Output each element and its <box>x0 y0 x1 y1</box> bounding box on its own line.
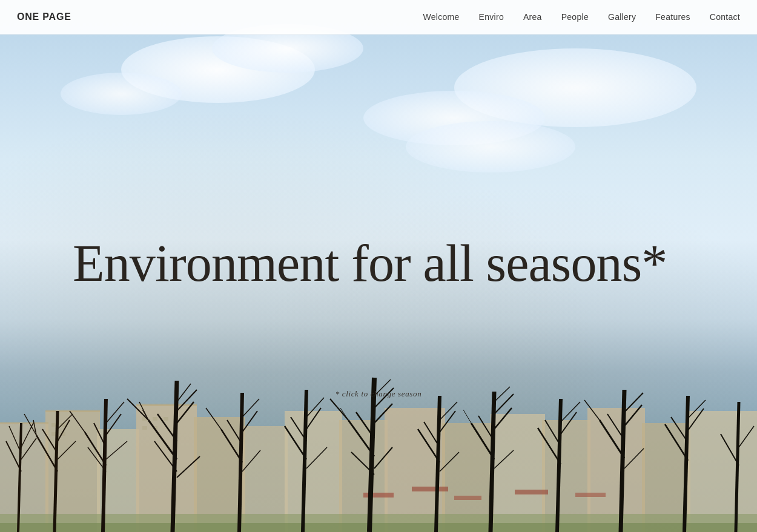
nav-link-area[interactable]: Area <box>523 12 542 22</box>
svg-line-76 <box>306 398 324 417</box>
nav-item-people: People <box>561 11 589 22</box>
nav-link-welcome[interactable]: Welcome <box>423 12 460 22</box>
svg-line-46 <box>58 441 76 459</box>
nav-item-features: Features <box>655 11 690 22</box>
svg-line-106 <box>600 420 624 458</box>
svg-line-60 <box>177 402 194 423</box>
svg-line-72 <box>303 390 306 532</box>
svg-line-80 <box>330 399 348 420</box>
svg-line-71 <box>242 450 260 471</box>
svg-line-64 <box>177 456 200 478</box>
svg-line-61 <box>177 390 197 411</box>
svg-line-56 <box>148 420 177 459</box>
svg-line-92 <box>440 452 459 471</box>
svg-line-82 <box>374 404 392 423</box>
svg-line-48 <box>85 432 106 465</box>
svg-line-97 <box>494 394 514 414</box>
svg-line-49 <box>70 411 85 432</box>
svg-line-75 <box>306 408 321 429</box>
svg-line-93 <box>491 392 494 532</box>
nav-link-contact[interactable]: Contact <box>710 12 740 22</box>
svg-line-104 <box>561 402 580 422</box>
nav-item-enviro: Enviro <box>479 11 504 22</box>
svg-line-109 <box>624 405 642 426</box>
svg-line-52 <box>106 402 124 423</box>
svg-line-36 <box>9 426 21 453</box>
nav-item-welcome: Welcome <box>423 11 460 22</box>
svg-line-67 <box>206 408 221 429</box>
nav-item-area: Area <box>523 11 542 22</box>
svg-line-121 <box>340 408 348 420</box>
cloud-5 <box>61 73 182 115</box>
trees-svg <box>0 302 757 532</box>
svg-line-90 <box>440 411 455 432</box>
svg-line-113 <box>665 424 688 461</box>
cloud-6 <box>406 121 575 172</box>
svg-line-111 <box>624 448 644 468</box>
svg-line-57 <box>127 399 148 420</box>
nav-item-contact: Contact <box>710 11 740 22</box>
svg-line-100 <box>557 399 561 532</box>
svg-line-122 <box>463 410 471 423</box>
nav-link-people[interactable]: People <box>561 12 589 22</box>
svg-line-70 <box>242 399 259 417</box>
svg-line-40 <box>36 435 58 471</box>
svg-line-101 <box>538 428 561 464</box>
svg-line-112 <box>684 396 688 532</box>
svg-line-85 <box>374 447 392 468</box>
svg-line-88 <box>418 429 440 462</box>
brand-name[interactable]: ONE PAGE <box>17 11 71 22</box>
svg-line-35 <box>6 441 21 471</box>
nav-link-gallery[interactable]: Gallery <box>608 12 636 22</box>
svg-line-66 <box>221 429 242 462</box>
nav-item-gallery: Gallery <box>608 11 636 22</box>
svg-line-91 <box>440 402 457 420</box>
nav-link-enviro[interactable]: Enviro <box>479 12 504 22</box>
hero-section: Environment for all seasons* * click to … <box>0 0 757 532</box>
svg-line-119 <box>739 426 754 447</box>
nav-menu: WelcomeEnviroAreaPeopleGalleryFeaturesCo… <box>423 11 740 22</box>
svg-line-38 <box>21 438 36 459</box>
svg-line-110 <box>624 393 643 412</box>
svg-line-87 <box>436 396 440 532</box>
svg-line-77 <box>306 447 327 468</box>
subtitle-container[interactable]: * click to change season <box>336 389 422 399</box>
svg-line-115 <box>688 409 704 430</box>
svg-line-99 <box>494 450 514 468</box>
svg-line-118 <box>721 434 739 465</box>
main-headline: Environment for all seasons* <box>73 234 757 292</box>
navbar: ONE PAGE WelcomeEnviroAreaPeopleGalleryF… <box>0 0 757 34</box>
season-subtitle[interactable]: * click to change season <box>336 389 422 399</box>
svg-line-51 <box>106 414 121 435</box>
svg-line-105 <box>621 390 624 532</box>
svg-line-73 <box>285 426 306 459</box>
nav-links: WelcomeEnviroAreaPeopleGalleryFeaturesCo… <box>423 11 740 22</box>
svg-line-53 <box>106 441 127 459</box>
svg-line-94 <box>471 423 494 459</box>
svg-line-34 <box>18 423 21 532</box>
svg-line-117 <box>736 402 739 532</box>
nav-link-features[interactable]: Features <box>655 12 690 22</box>
svg-line-103 <box>561 412 577 434</box>
headline-container: Environment for all seasons* <box>0 234 757 292</box>
svg-line-107 <box>584 400 600 420</box>
